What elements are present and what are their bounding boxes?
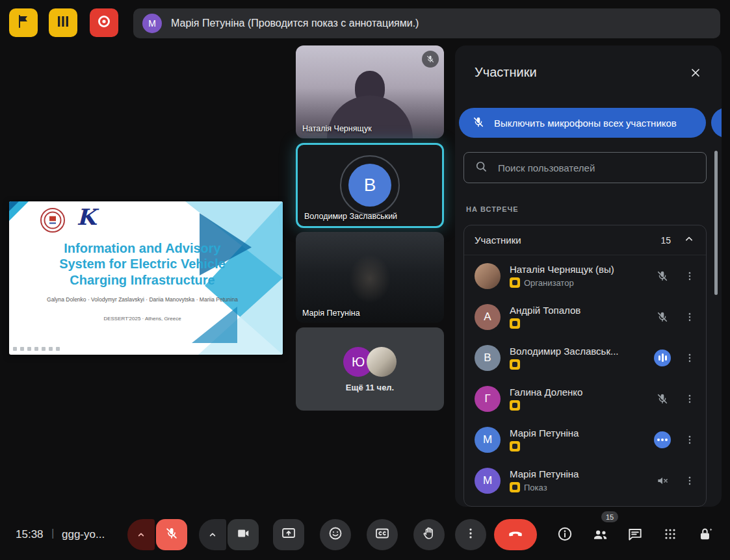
k-logo: K [77,204,96,230]
group-label: Участники [475,235,649,246]
participant-name: Галина Доленко [510,387,644,398]
camera-options-chevron[interactable] [199,519,226,550]
video-tile-mariia[interactable]: Марія Петуніна [296,232,444,323]
mic-toggle-button-muted[interactable] [156,519,187,550]
participant-name: Марія Петуніна [510,427,644,439]
participants-group-header[interactable]: Участники 15 [464,225,706,255]
companion-badge-icon [510,277,520,288]
more-options-icon[interactable] [681,475,698,487]
slide-venue: DESSERT'2025 · Athens, Greece [35,316,250,322]
panel-title: Участники [475,65,537,80]
call-end-icon [507,525,524,544]
mic-off-icon [422,51,439,68]
shared-presentation-slide: K Information and Advisory System for El… [9,201,283,355]
mic-off-icon[interactable] [653,270,672,283]
participant-search [463,152,707,183]
meeting-code: ggg-yo... [62,528,105,541]
video-dim-face [349,254,391,303]
participant-name: Марія Петуніна [510,468,644,479]
columns-icon [55,14,71,32]
mic-off-icon [164,526,179,543]
overflow-tile-more-people[interactable]: Ю Ещё 11 чел. [296,327,444,411]
show-people-button[interactable] [588,523,612,548]
search-icon [475,160,488,175]
mic-options-chevron[interactable] [127,519,155,550]
more-options-icon[interactable] [681,434,698,446]
participant-row: Наталія Чернящук (вы) Организатор [464,255,706,296]
activities-button[interactable] [658,523,683,548]
group-count: 15 [660,235,671,246]
participants-card: Участники 15 Наталія Чернящук (вы) Орган… [463,225,707,507]
chat-icon [627,526,644,545]
search-input[interactable] [498,162,696,173]
host-controls-button[interactable] [693,523,718,548]
info-icon [556,526,573,545]
section-label: НА ВСТРЕЧЕ [466,205,519,213]
participants-count-badge: 15 [601,511,618,522]
chevron-up-icon [683,233,696,248]
record-tool-button[interactable] [90,8,118,37]
companion-badge-icon [510,400,520,411]
participant-avatar-pinned: М [475,468,501,494]
participant-avatar-photo [475,263,501,289]
raise-hand-button[interactable] [413,519,445,550]
panel-scrollbar[interactable] [714,151,718,295]
companion-badge-icon [510,482,520,492]
participant-row: М Марія Петуніна [464,419,706,460]
tile-name-label: Володимир Заславський [304,212,397,221]
mute-all-button[interactable]: Выключить микрофоны всех участников [459,108,706,138]
participant-role: Организатор [524,278,574,288]
video-tile-nataliia[interactable]: Наталія Чернящук [296,45,444,138]
participant-role: Показ [524,483,547,492]
divider: | [51,527,54,540]
more-options-icon[interactable] [681,311,698,323]
mute-all-secondary-button[interactable] [711,108,722,138]
close-icon [689,66,702,82]
more-options-icon[interactable] [681,270,698,282]
raise-hand-icon [421,526,437,544]
overflow-count-label: Ещё 11 чел. [296,383,444,392]
clock-time: 15:38 [16,528,44,541]
companion-badge-icon [510,359,520,370]
leave-call-button[interactable] [494,519,537,550]
volume-off-icon[interactable] [653,474,672,487]
speaking-indicator-icon[interactable] [653,350,672,366]
camera-icon [236,526,250,543]
slide-title: Information and Advisory System for Elec… [45,240,240,288]
tile-avatar: В [348,164,391,207]
video-tile-volodymyr-active[interactable]: В Володимир Заславський [296,143,444,228]
panel-columns-tool-button[interactable] [49,8,77,37]
more-options-icon[interactable] [681,352,698,364]
lock-icon [697,526,714,545]
close-panel-button[interactable] [684,62,707,86]
present-screen-button[interactable] [273,519,304,550]
apps-grid-icon [662,526,678,544]
camera-toggle-button[interactable] [228,519,259,550]
annotation-flag-tool-button[interactable] [9,8,38,37]
tile-name-label: Наталія Чернящук [302,124,372,133]
chat-button[interactable] [623,523,647,548]
overflow-avatars: Ю [296,347,444,377]
mic-off-icon[interactable] [653,392,672,405]
present-screen-icon [281,526,296,544]
speaking-indicator-icon[interactable] [653,431,672,448]
tile-name-label: Марія Петуніна [302,309,360,318]
participant-name: Андрій Топалов [510,305,644,316]
participants-panel: Участники Выключить микрофоны всех участ… [455,45,722,507]
captions-button[interactable] [367,519,398,550]
participant-name: Володимир Заславськ... [510,346,644,357]
mic-off-icon[interactable] [653,311,672,324]
overflow-avatar-photo [367,347,397,377]
reactions-button[interactable] [320,519,351,550]
slide-authors: Galyna Dolenko · Volodymyr Zaslavskyi · … [35,296,250,303]
more-options-icon[interactable] [681,393,698,405]
participant-row: В Володимир Заславськ... [464,337,706,378]
camera-control-group [199,519,259,550]
meeting-details-button[interactable] [553,523,577,548]
participant-row: М Марія Петуніна Показ [464,460,706,501]
participant-avatar: А [475,304,501,330]
more-options-button[interactable] [455,519,486,550]
companion-badge-icon [510,441,520,452]
people-icon [592,526,609,546]
participant-avatar: Г [475,386,501,412]
